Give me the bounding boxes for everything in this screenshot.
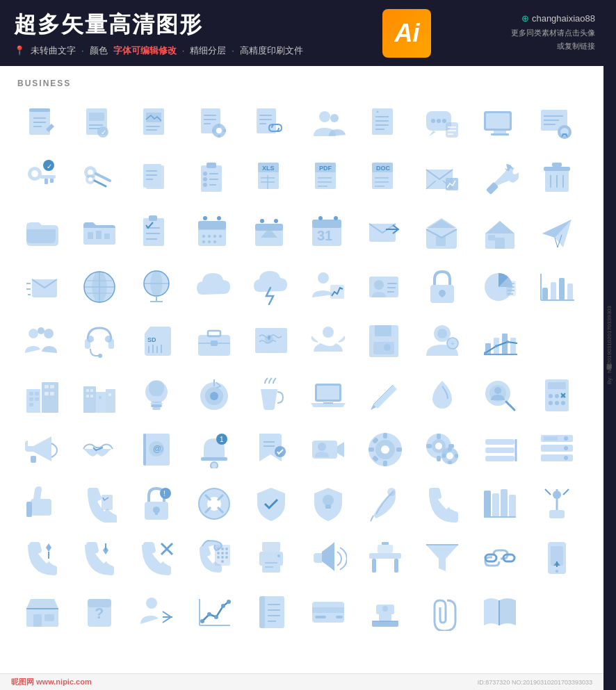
svg-rect-56 (40, 175, 56, 179)
svg-rect-222 (50, 385, 54, 388)
svg-rect-317 (325, 507, 331, 509)
svg-point-74 (203, 177, 207, 181)
stamp-icon (360, 587, 410, 637)
speaker-icon (303, 533, 353, 583)
checklist-icon (131, 208, 181, 258)
svg-rect-258 (31, 456, 36, 463)
svg-rect-236 (152, 407, 161, 410)
svg-rect-24 (223, 129, 226, 132)
svg-point-197 (323, 327, 334, 338)
svg-point-72 (203, 172, 207, 176)
svg-point-213 (506, 340, 509, 343)
svg-point-253 (549, 401, 553, 405)
svg-point-38 (437, 119, 441, 123)
spacer-1 (532, 316, 582, 366)
world-map-icon (246, 316, 296, 366)
icon-grid: ✓ (17, 99, 585, 637)
keys-icon (74, 154, 124, 204)
email-motion-icon (17, 262, 67, 312)
chain-link-icon (475, 533, 525, 583)
right-desc: 更多同类素材请点击头像或复制链接 (511, 26, 595, 52)
svg-point-318 (387, 488, 396, 496)
document-image-icon (131, 99, 181, 149)
svg-rect-230 (86, 395, 89, 397)
phone-up-icon (17, 533, 67, 583)
svg-rect-227 (106, 389, 115, 413)
svg-rect-1 (29, 108, 50, 112)
desk-icon (360, 533, 410, 583)
growth-chart-icon (475, 316, 525, 366)
tools-icon (475, 154, 525, 204)
key-check-icon: ✓ (17, 154, 67, 204)
target-icon (189, 370, 239, 420)
clip-attachment-icon (417, 587, 467, 637)
id-card-icon (360, 262, 410, 312)
calendar-31-icon: 31 (303, 208, 353, 258)
magnify-person-icon (475, 370, 525, 420)
svg-rect-348 (369, 553, 401, 559)
certificate-icon (532, 99, 582, 149)
coffee-cup-icon (246, 370, 296, 420)
svg-rect-296 (485, 447, 514, 453)
svg-point-37 (431, 119, 435, 123)
svg-rect-291 (448, 447, 452, 451)
svg-text:1: 1 (220, 436, 224, 443)
svg-point-275 (381, 445, 389, 454)
shovel-tool-icon (532, 479, 582, 529)
svg-point-254 (555, 401, 559, 405)
bar-chart-icon (532, 262, 582, 312)
svg-point-374 (221, 604, 225, 608)
svg-rect-226 (96, 392, 106, 413)
svg-point-212 (495, 345, 498, 347)
svg-point-265 (211, 462, 218, 468)
sd-card-icon: SD (131, 316, 181, 366)
pin-icon: 📍 (14, 45, 25, 56)
svg-point-183 (98, 354, 102, 358)
svg-point-119 (208, 235, 211, 238)
svg-point-250 (549, 394, 553, 398)
svg-rect-351 (378, 545, 393, 553)
svg-point-121 (219, 235, 222, 238)
contact-at-icon: @ (131, 425, 181, 475)
svg-point-127 (260, 219, 264, 223)
doc-file-icon: DOC (360, 154, 410, 204)
svg-text:✓: ✓ (101, 129, 106, 136)
notebook-icon (246, 587, 296, 637)
svg-rect-307 (102, 495, 113, 510)
angel-icon (303, 316, 353, 366)
svg-point-39 (442, 119, 446, 123)
header-right: ⊕ changhaixiao88 更多同类素材请点击头像或复制链接 (511, 13, 595, 52)
briefcase-icon (189, 316, 239, 366)
svg-rect-173 (551, 282, 556, 300)
svg-rect-175 (567, 284, 573, 300)
pie-chart-icon (475, 262, 525, 312)
svg-text:PDF: PDF (319, 165, 332, 172)
section-label: BUSINESS (17, 79, 599, 88)
svg-point-122 (202, 240, 205, 243)
svg-rect-100 (544, 167, 570, 171)
svg-point-201 (384, 344, 391, 351)
svg-rect-352 (382, 542, 389, 545)
svg-rect-232 (99, 396, 102, 399)
svg-rect-377 (259, 596, 265, 628)
svg-point-335 (217, 552, 220, 555)
calendar-dots-icon (189, 208, 239, 258)
svg-point-375 (227, 600, 231, 604)
monitor-icon (475, 99, 525, 149)
svg-rect-71 (206, 163, 216, 168)
city-buildings-icon (74, 370, 124, 420)
svg-text:XLS: XLS (262, 165, 275, 172)
svg-rect-319 (484, 491, 491, 517)
feather-quill-icon (360, 479, 410, 529)
main-content: BUSINESS (0, 66, 616, 650)
svg-rect-199 (375, 325, 391, 336)
pdf-file-icon: PDF (303, 154, 353, 204)
subtitle-item-3: 精细分层 (190, 44, 226, 57)
svg-rect-97 (446, 178, 458, 190)
svg-point-334 (225, 548, 228, 550)
svg-rect-57 (50, 179, 54, 183)
svg-rect-322 (509, 495, 516, 517)
svg-rect-209 (510, 338, 516, 354)
credit-card-icon (303, 587, 353, 637)
header-center: Ai (382, 9, 431, 58)
